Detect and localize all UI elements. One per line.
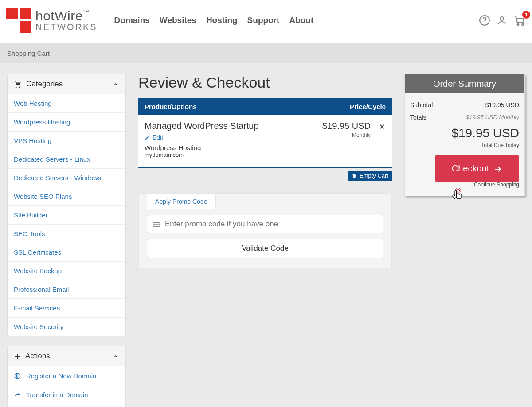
actions-title: Actions (25, 352, 50, 360)
cart-table: Product/Options Price/Cycle Managed Word… (138, 98, 392, 168)
order-summary: Order Summary Subtotal $19.95 USD Totals… (404, 74, 525, 196)
totals-value: $19.95 USD Monthly (466, 114, 519, 121)
subtotal-value: $19.95 USD (485, 101, 519, 109)
nav-about[interactable]: About (289, 16, 313, 25)
categories-title: Categories (26, 80, 63, 89)
cat-vps-hosting[interactable]: VPS Hosting (8, 132, 125, 150)
cat-wordpress-hosting[interactable]: Wordpress Hosting (8, 113, 125, 131)
totals-label: Totals (410, 114, 426, 121)
cat-web-hosting[interactable]: Web Hosting (8, 94, 125, 112)
nav-hosting[interactable]: Hosting (206, 16, 238, 25)
actions-heading[interactable]: Actions (8, 346, 125, 366)
svg-point-9 (456, 189, 459, 192)
checkout-label: Checkout (452, 163, 489, 174)
remove-item-button[interactable] (379, 121, 386, 131)
svg-point-2 (500, 17, 504, 20)
cart-small-icon (14, 80, 22, 89)
svg-point-3 (517, 24, 519, 26)
nav-support[interactable]: Support (247, 16, 280, 25)
sidebar: Categories Web Hosting Wordpress Hosting… (7, 74, 126, 407)
cat-backup[interactable]: Website Backup (8, 262, 125, 280)
promo-input[interactable] (165, 220, 378, 229)
categories-panel: Categories Web Hosting Wordpress Hosting… (7, 74, 126, 336)
actions-panel: Actions Register a New Domain Transfer i… (7, 346, 126, 407)
pencil-icon (145, 134, 150, 141)
product-cycle: Monthly (322, 132, 371, 138)
logo-text: hotWireSM NETWORKS (35, 9, 98, 31)
user-icon[interactable] (497, 15, 507, 26)
product-price: $19.95 USD (322, 121, 371, 131)
page-title: Review & Checkout (138, 74, 392, 91)
nav-websites[interactable]: Websites (160, 16, 196, 25)
cart-table-header: Product/Options Price/Cycle (138, 98, 392, 115)
cat-dedicated-linux[interactable]: Dedicated Servers - Linux (8, 150, 125, 168)
actions-list: Register a New Domain Transfer in a Doma… (8, 366, 125, 407)
brand-sm: SM (83, 9, 89, 13)
cat-professional-email[interactable]: Professional Email (8, 280, 125, 298)
logo[interactable]: hotWireSM NETWORKS (6, 8, 98, 33)
top-bar: hotWireSM NETWORKS Domains Websites Host… (0, 0, 532, 43)
cat-seo-plans[interactable]: Website SEO Plans (8, 187, 125, 205)
help-icon[interactable] (479, 15, 490, 26)
cat-site-builder[interactable]: Site Builder (8, 206, 125, 224)
due-today-label: Total Due Today (410, 142, 519, 148)
product-domain: mydomain.com (145, 151, 322, 158)
main-nav: Domains Websites Hosting Support About (114, 16, 314, 25)
action-label: Transfer in a Domain (26, 391, 88, 399)
ticket-icon (153, 220, 160, 228)
promo-tab[interactable]: Apply Promo Code (147, 193, 216, 209)
cat-website-security[interactable]: Website Security (8, 318, 125, 336)
product-category: Wordpress Hosting (145, 144, 322, 151)
brand-name: hotWire (35, 8, 83, 23)
chevron-up-icon (112, 80, 119, 89)
nav-domains[interactable]: Domains (114, 16, 150, 25)
categories-heading[interactable]: Categories (8, 74, 125, 94)
plus-icon (14, 352, 21, 360)
brand-sub: NETWORKS (35, 23, 98, 31)
breadcrumb-item[interactable]: Shopping Cart (7, 50, 50, 57)
edit-label: Edit (153, 134, 163, 141)
col-product: Product/Options (145, 103, 197, 110)
categories-list: Web Hosting Wordpress Hosting VPS Hostin… (8, 94, 125, 336)
arrow-right-icon (493, 163, 502, 174)
grand-total: $19.95 USD (410, 126, 519, 140)
cat-ssl[interactable]: SSL Certificates (8, 243, 125, 261)
action-cart[interactable]: Cart (8, 404, 125, 407)
action-transfer-domain[interactable]: Transfer in a Domain (8, 385, 125, 404)
trash-icon (352, 172, 357, 179)
cat-seo-tools[interactable]: SEO Tools (8, 225, 125, 243)
cart-row: Managed WordPress Startup Edit Wordpress… (138, 115, 392, 168)
breadcrumb: Shopping Cart (0, 43, 532, 63)
product-name: Managed WordPress Startup (145, 121, 322, 131)
cat-dedicated-windows[interactable]: Dedicated Servers - Windows (8, 169, 125, 187)
action-label: Register a New Domain (26, 372, 96, 380)
chevron-up-icon (112, 352, 119, 360)
main-content: Review & Checkout Product/Options Price/… (138, 74, 392, 268)
promo-input-wrap (147, 215, 383, 233)
checkout-button[interactable]: Checkout (435, 155, 519, 182)
continue-shopping-link[interactable]: Continue Shopping (410, 182, 519, 188)
validate-code-button[interactable]: Validate Code (147, 239, 383, 258)
col-price: Price/Cycle (350, 103, 386, 110)
edit-item-link[interactable]: Edit (145, 134, 163, 141)
svg-point-4 (522, 24, 524, 26)
action-register-domain[interactable]: Register a New Domain (8, 366, 125, 385)
cat-email-services[interactable]: E-mail Services (8, 299, 125, 317)
promo-section: Apply Promo Code Validate Code (138, 193, 392, 268)
globe-icon (14, 372, 21, 380)
empty-cart-button[interactable]: Empty Cart (348, 171, 392, 181)
empty-cart-label: Empty Cart (360, 172, 388, 179)
logo-mark-icon (6, 8, 31, 33)
cart-icon[interactable]: 1 (513, 14, 526, 27)
summary-title: Order Summary (405, 74, 524, 93)
subtotal-label: Subtotal (410, 101, 433, 109)
share-icon (14, 391, 21, 399)
svg-point-1 (484, 23, 485, 23)
cart-count-badge: 1 (522, 11, 530, 19)
